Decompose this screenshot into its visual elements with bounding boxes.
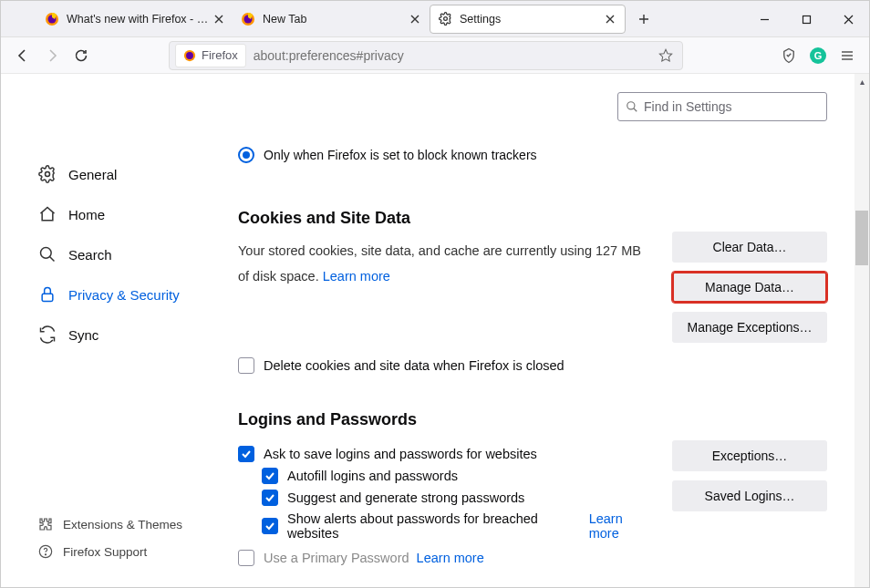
sidebar-item-privacy[interactable]: Privacy & Security (37, 274, 211, 315)
scrollbar-thumb[interactable] (855, 211, 868, 265)
delete-on-close-checkbox[interactable]: Delete cookies and site data when Firefo… (238, 357, 827, 374)
cookies-usage-text: Your stored cookies, site data, and cach… (238, 243, 641, 284)
clear-data-button[interactable]: Clear Data… (672, 232, 827, 263)
sidebar-extensions-link[interactable]: Extensions & Themes (37, 511, 211, 538)
manage-exceptions-button[interactable]: Manage Exceptions… (672, 312, 827, 343)
close-window-button[interactable] (827, 1, 869, 37)
firefox-icon (45, 12, 59, 26)
checkbox-label: Use a Primary Password (264, 551, 409, 565)
settings-sidebar: General Home Search (1, 74, 211, 587)
sidebar-item-label: Search (68, 247, 112, 263)
grammarly-icon[interactable]: G (803, 41, 833, 70)
svg-point-4 (443, 17, 447, 21)
identity-label: Firefox (202, 48, 238, 62)
sidebar-item-sync[interactable]: Sync (37, 315, 211, 355)
tab-whatsnew[interactable]: What's new with Firefox - More (37, 5, 233, 34)
tab-newtab[interactable]: New Tab (233, 5, 430, 34)
saved-logins-button[interactable]: Saved Logins… (672, 480, 827, 511)
primary-learn-more-link[interactable]: Learn more (417, 551, 484, 565)
toolbar: Firefox about:preferences#privacy G (1, 37, 869, 74)
home-icon (37, 204, 57, 224)
firefox-icon (241, 12, 255, 26)
checkbox-checked-icon (262, 518, 278, 534)
bookmark-star-icon[interactable] (655, 48, 677, 63)
alerts-learn-more-link[interactable]: Learn more (589, 511, 654, 541)
svg-point-10 (41, 248, 52, 259)
window-controls (743, 1, 869, 37)
sync-icon (37, 325, 57, 345)
new-tab-button[interactable] (631, 6, 657, 32)
sidebar-item-general[interactable]: General (37, 154, 211, 194)
gear-icon (37, 164, 57, 184)
lock-icon (37, 284, 57, 304)
sidebar-item-label: Home (68, 207, 105, 222)
sidebar-item-label: Sync (68, 327, 98, 343)
close-icon[interactable] (212, 12, 226, 26)
search-icon (626, 100, 638, 113)
logins-exceptions-button[interactable]: Exceptions… (672, 440, 827, 471)
tab-label: Settings (460, 13, 603, 26)
checkbox-label: Suggest and generate strong passwords (287, 490, 524, 505)
primary-password-checkbox[interactable]: Use a Primary Password Learn more (238, 550, 654, 566)
suggest-passwords-checkbox[interactable]: Suggest and generate strong passwords (262, 490, 654, 506)
checkbox-label: Ask to save logins and passwords for web… (264, 447, 537, 461)
radio-label: Only when Firefox is set to block known … (264, 148, 537, 162)
scroll-up-arrow-icon: ▴ (856, 76, 867, 87)
svg-rect-11 (42, 294, 53, 301)
back-button[interactable] (8, 41, 37, 70)
tab-label: What's new with Firefox - More (67, 13, 212, 26)
gear-icon (438, 12, 452, 26)
tab-settings[interactable]: Settings (430, 5, 626, 34)
cookies-learn-more-link[interactable]: Learn more (323, 269, 390, 284)
close-icon[interactable] (408, 12, 422, 26)
manage-data-button[interactable]: Manage Data… (672, 272, 827, 303)
checkbox-checked-icon (238, 446, 254, 462)
checkbox-label: Delete cookies and site data when Firefo… (264, 358, 564, 373)
svg-point-13 (45, 554, 46, 555)
url-bar[interactable]: Firefox about:preferences#privacy (169, 41, 683, 70)
close-icon[interactable] (603, 12, 617, 26)
svg-rect-5 (803, 15, 810, 23)
pocket-icon[interactable] (774, 41, 803, 70)
sidebar-item-search[interactable]: Search (37, 234, 211, 274)
sidebar-support-link[interactable]: Firefox Support (37, 538, 211, 565)
sidebar-item-label: Privacy & Security (68, 287, 180, 303)
search-placeholder: Find in Settings (644, 99, 732, 114)
menu-button[interactable] (833, 41, 862, 70)
sidebar-item-home[interactable]: Home (37, 194, 211, 234)
svg-point-7 (186, 52, 193, 59)
url-text: about:preferences#privacy (254, 48, 655, 63)
find-in-settings-input[interactable]: Find in Settings (617, 92, 827, 121)
vertical-scrollbar[interactable]: ▴ (854, 74, 869, 587)
checkbox-unchecked-icon (238, 357, 254, 374)
autofill-logins-checkbox[interactable]: Autofill logins and passwords (262, 468, 654, 484)
cookies-heading: Cookies and Site Data (238, 209, 827, 228)
question-icon (37, 543, 54, 560)
identity-box[interactable]: Firefox (175, 44, 246, 67)
logins-heading: Logins and Passwords (238, 410, 827, 429)
forward-button[interactable] (37, 41, 67, 70)
tab-label: New Tab (263, 13, 408, 26)
reload-button[interactable] (67, 41, 96, 70)
maximize-button[interactable] (785, 1, 827, 37)
checkbox-checked-icon (262, 490, 278, 506)
radio-selected-icon (238, 147, 254, 163)
tracker-radio-option[interactable]: Only when Firefox is set to block known … (238, 147, 827, 163)
sidebar-item-label: General (68, 167, 117, 182)
ask-save-logins-checkbox[interactable]: Ask to save logins and passwords for web… (238, 446, 654, 462)
breach-alerts-checkbox[interactable]: Show alerts about passwords for breached… (262, 511, 654, 541)
search-icon (37, 244, 57, 264)
checkbox-label: Autofill logins and passwords (287, 469, 458, 483)
svg-point-14 (627, 102, 635, 109)
sidebar-footer-label: Firefox Support (63, 545, 147, 559)
checkbox-checked-icon (262, 468, 278, 484)
settings-pane: Find in Settings Only when Firefox is se… (211, 74, 854, 587)
tab-strip: What's new with Firefox - More New Tab S… (1, 1, 869, 37)
minimize-button[interactable] (743, 1, 785, 37)
checkbox-unchecked-icon (238, 550, 254, 566)
checkbox-label: Show alerts about passwords for breached… (287, 511, 582, 541)
sidebar-footer-label: Extensions & Themes (63, 518, 182, 531)
svg-point-9 (46, 172, 50, 177)
puzzle-icon (37, 516, 54, 532)
svg-marker-8 (659, 49, 671, 61)
